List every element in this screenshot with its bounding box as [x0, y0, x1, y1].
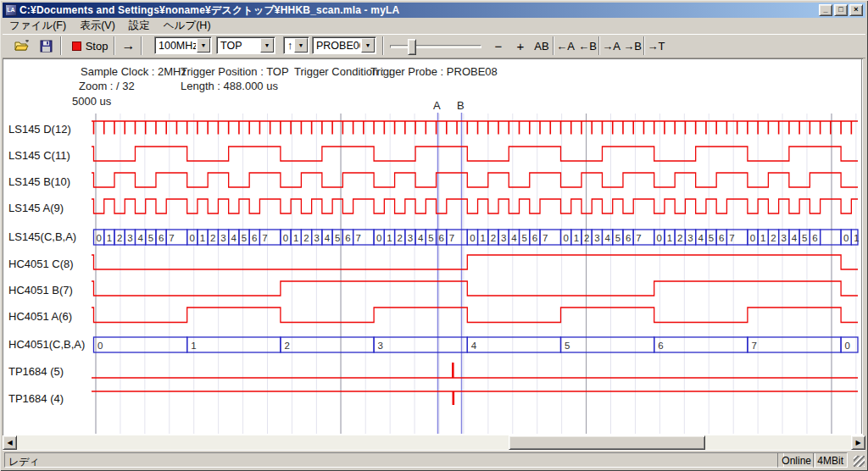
menu-help[interactable]: ヘルプ(H) — [157, 17, 218, 35]
run-button[interactable]: → — [117, 36, 140, 55]
toolbar: Stop → 100MHz ▼ TOP ▼ ↑ ▼ PROBE00 ▼ − + … — [3, 34, 865, 58]
memory-badge: 4MBit — [813, 452, 848, 468]
close-button[interactable]: × — [849, 4, 863, 16]
zoom-slider[interactable] — [390, 45, 481, 48]
toolbar-separator — [553, 36, 554, 55]
scroll-right-button[interactable]: ▶ — [851, 435, 865, 450]
channel-label: HC4051 A(6) — [8, 310, 72, 323]
app-window: { "window": { "title": "C:¥Documents and… — [0, 0, 868, 471]
scrollbar-thumb[interactable] — [509, 435, 705, 450]
zoom-info: Zoom : / 32 — [79, 80, 135, 92]
channel-label: TP1684 (4) — [8, 392, 64, 405]
scroll-left-icon: ◀ — [7, 439, 12, 446]
channel-label: HC4051 C(8) — [8, 258, 74, 270]
sample-rate-combo[interactable]: 100MHz ▼ — [154, 36, 212, 54]
stop-button[interactable]: Stop — [66, 36, 114, 55]
folder-open-icon — [14, 40, 30, 52]
window-title: C:¥Documents and Settings¥noname¥デスクトップ¥… — [19, 3, 819, 18]
floppy-save-icon — [40, 40, 53, 53]
probe-combo[interactable]: PROBE00 ▼ — [312, 36, 376, 54]
zoom-slider-thumb[interactable] — [408, 39, 416, 55]
channel-label: LS145 D(12) — [8, 123, 71, 136]
trigger-edge-combo[interactable]: ↑ ▼ — [283, 36, 309, 54]
menu-settings[interactable]: 設定 — [122, 17, 157, 35]
trigger-edge-value: ↑ — [284, 37, 293, 53]
channel-label: TP1684 (5) — [8, 365, 64, 378]
zoom-out-button[interactable]: − — [488, 36, 509, 55]
ab-cursor-button[interactable]: AB — [532, 36, 551, 55]
probe-value: PROBE00 — [313, 37, 360, 53]
channel-label: LS145 B(10) — [8, 175, 70, 188]
channel-label: LS145(C,B,A) — [8, 230, 76, 243]
channel-label: LS145 C(11) — [8, 149, 70, 162]
chevron-down-icon[interactable]: ▼ — [361, 38, 375, 53]
open-button[interactable] — [12, 36, 32, 55]
stop-label: Stop — [86, 40, 108, 53]
toolbar-separator — [114, 36, 115, 55]
channel-label: HC4051 B(7) — [8, 284, 73, 296]
menu-view[interactable]: 表示(V) — [73, 17, 122, 35]
trigger-position-info: Trigger Position : TOP — [181, 65, 289, 78]
status-message-panel: レディ — [4, 452, 784, 468]
channel-label: LS145 A(9) — [8, 202, 64, 214]
title-bar: LA C:¥Documents and Settings¥noname¥デスクト… — [3, 3, 865, 18]
trigger-probe-info: Trigger Probe : PROBE08 — [370, 65, 498, 78]
status-text: レディ — [8, 456, 40, 468]
scroll-left-button[interactable]: ◀ — [3, 435, 17, 450]
status-bar: レディ Online 4MBit — [3, 450, 865, 468]
chevron-down-icon[interactable]: ▼ — [197, 38, 210, 53]
app-icon: LA — [5, 4, 17, 16]
sample-clock-info: Sample Clock : 2MHz — [81, 65, 186, 78]
menu-bar: ファイル(F) 表示(V) 設定 ヘルプ(H) — [3, 18, 865, 34]
window-controls: _ □ × — [819, 4, 864, 16]
online-badge: Online — [777, 452, 815, 468]
menu-file[interactable]: ファイル(F) — [3, 17, 73, 35]
toolbar-separator — [141, 36, 142, 55]
resize-grip-icon[interactable] — [854, 456, 865, 467]
scroll-right-icon: ▶ — [855, 439, 860, 446]
chevron-down-icon[interactable]: ▼ — [294, 38, 308, 53]
sample-rate-value: 100MHz — [155, 37, 196, 53]
run-arrow-icon: → — [122, 38, 136, 53]
timescale-label: 5000 us — [72, 95, 111, 108]
channel-label: HC4051(C,B,A) — [8, 338, 85, 351]
goto-cursor-a-button[interactable]: ←A — [555, 36, 576, 55]
goto-cursor-b-button[interactable]: ←B — [577, 36, 598, 55]
horizontal-scrollbar[interactable]: ◀ ▶ — [3, 435, 865, 450]
cursor-a-label: A — [433, 99, 441, 112]
next-cursor-b-button[interactable]: →B — [622, 36, 643, 55]
minimize-button[interactable]: _ — [819, 4, 832, 16]
length-info: Length : 488.000 us — [181, 80, 278, 92]
trigger-position-combo[interactable]: TOP ▼ — [216, 36, 275, 54]
chevron-down-icon[interactable]: ▼ — [260, 38, 274, 53]
toolbar-separator — [60, 36, 62, 55]
stop-icon — [72, 42, 81, 51]
toolbar-separator — [382, 36, 384, 55]
cursor-b-label: B — [457, 99, 465, 112]
maximize-button[interactable]: □ — [834, 4, 848, 16]
goto-trigger-button[interactable]: →T — [646, 36, 666, 55]
zoom-in-button[interactable]: + — [510, 36, 531, 55]
waveform-view — [3, 58, 863, 435]
next-cursor-a-button[interactable]: →A — [601, 36, 621, 55]
trigger-position-value: TOP — [217, 37, 259, 53]
toolbar-separator — [643, 36, 645, 55]
toolbar-separator — [598, 36, 600, 55]
save-button[interactable] — [36, 36, 56, 55]
